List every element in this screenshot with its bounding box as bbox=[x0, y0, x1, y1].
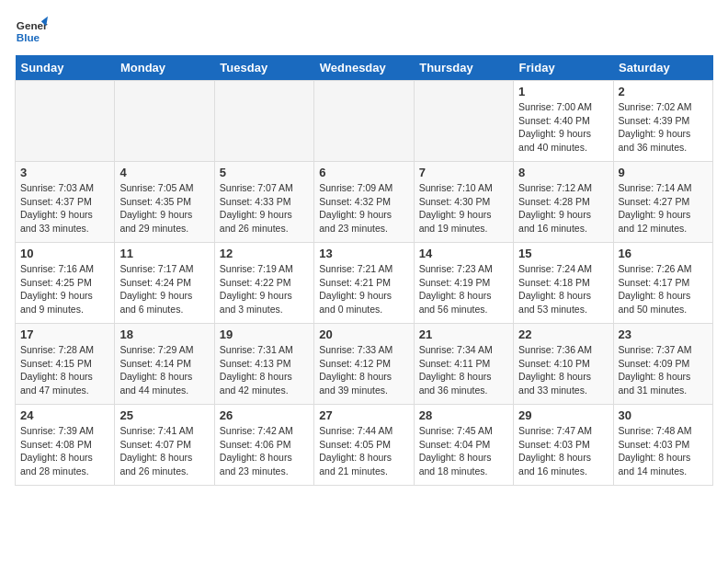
calendar-week-row: 10Sunrise: 7:16 AMSunset: 4:25 PMDayligh… bbox=[16, 243, 713, 324]
day-info: Sunrise: 7:02 AMSunset: 4:39 PMDaylight:… bbox=[619, 100, 708, 155]
calendar-day-cell: 18Sunrise: 7:29 AMSunset: 4:14 PMDayligh… bbox=[115, 324, 214, 405]
day-number: 15 bbox=[518, 247, 608, 260]
day-number: 2 bbox=[619, 85, 708, 98]
day-number: 9 bbox=[619, 166, 708, 179]
calendar-day-cell: 21Sunrise: 7:34 AMSunset: 4:11 PMDayligh… bbox=[414, 324, 513, 405]
day-number: 20 bbox=[319, 327, 408, 341]
day-info: Sunrise: 7:21 AMSunset: 4:21 PMDaylight:… bbox=[319, 262, 408, 316]
day-number: 27 bbox=[319, 408, 408, 422]
calendar-day-cell: 19Sunrise: 7:31 AMSunset: 4:13 PMDayligh… bbox=[214, 324, 313, 405]
day-info: Sunrise: 7:33 AMSunset: 4:12 PMDaylight:… bbox=[319, 343, 408, 397]
day-number: 30 bbox=[619, 408, 708, 422]
calendar-table: SundayMondayTuesdayWednesdayThursdayFrid… bbox=[15, 55, 713, 486]
day-info: Sunrise: 7:12 AMSunset: 4:28 PMDaylight:… bbox=[518, 181, 608, 236]
day-info: Sunrise: 7:37 AMSunset: 4:09 PMDaylight:… bbox=[619, 343, 708, 397]
day-info: Sunrise: 7:10 AMSunset: 4:30 PMDaylight:… bbox=[419, 181, 508, 236]
day-number: 13 bbox=[319, 247, 408, 260]
calendar-day-cell: 27Sunrise: 7:44 AMSunset: 4:05 PMDayligh… bbox=[314, 405, 414, 486]
day-number: 3 bbox=[20, 166, 109, 179]
calendar-day-cell: 7Sunrise: 7:10 AMSunset: 4:30 PMDaylight… bbox=[414, 162, 513, 243]
calendar-day-cell: 5Sunrise: 7:07 AMSunset: 4:33 PMDaylight… bbox=[214, 162, 313, 243]
calendar-day-cell: 28Sunrise: 7:45 AMSunset: 4:04 PMDayligh… bbox=[414, 405, 513, 486]
day-number: 29 bbox=[518, 408, 608, 422]
day-info: Sunrise: 7:44 AMSunset: 4:05 PMDaylight:… bbox=[319, 424, 408, 478]
calendar-day-cell bbox=[314, 81, 414, 162]
calendar-day-cell: 26Sunrise: 7:42 AMSunset: 4:06 PMDayligh… bbox=[214, 405, 313, 486]
day-number: 22 bbox=[518, 327, 608, 341]
day-number: 21 bbox=[419, 327, 508, 341]
day-info: Sunrise: 7:48 AMSunset: 4:03 PMDaylight:… bbox=[619, 424, 708, 478]
calendar-day-cell: 16Sunrise: 7:26 AMSunset: 4:17 PMDayligh… bbox=[613, 243, 712, 324]
day-info: Sunrise: 7:16 AMSunset: 4:25 PMDaylight:… bbox=[20, 262, 109, 316]
day-info: Sunrise: 7:26 AMSunset: 4:17 PMDaylight:… bbox=[619, 262, 708, 316]
day-info: Sunrise: 7:45 AMSunset: 4:04 PMDaylight:… bbox=[419, 424, 508, 478]
col-header-wednesday: Wednesday bbox=[314, 55, 414, 81]
day-number: 12 bbox=[220, 247, 309, 260]
calendar-day-cell bbox=[16, 81, 115, 162]
calendar-day-cell: 15Sunrise: 7:24 AMSunset: 4:18 PMDayligh… bbox=[514, 243, 613, 324]
day-number: 26 bbox=[220, 408, 309, 422]
calendar-day-cell: 8Sunrise: 7:12 AMSunset: 4:28 PMDaylight… bbox=[514, 162, 613, 243]
col-header-sunday: Sunday bbox=[16, 55, 115, 81]
day-info: Sunrise: 7:19 AMSunset: 4:22 PMDaylight:… bbox=[220, 262, 309, 316]
day-info: Sunrise: 7:36 AMSunset: 4:10 PMDaylight:… bbox=[518, 343, 608, 397]
day-number: 1 bbox=[518, 85, 608, 98]
calendar-day-cell bbox=[214, 81, 313, 162]
col-header-saturday: Saturday bbox=[613, 55, 712, 81]
calendar-week-row: 17Sunrise: 7:28 AMSunset: 4:15 PMDayligh… bbox=[16, 324, 713, 405]
calendar-day-cell: 9Sunrise: 7:14 AMSunset: 4:27 PMDaylight… bbox=[613, 162, 712, 243]
calendar-day-cell: 11Sunrise: 7:17 AMSunset: 4:24 PMDayligh… bbox=[115, 243, 214, 324]
day-info: Sunrise: 7:05 AMSunset: 4:35 PMDaylight:… bbox=[119, 181, 209, 236]
calendar-day-cell: 14Sunrise: 7:23 AMSunset: 4:19 PMDayligh… bbox=[414, 243, 513, 324]
day-number: 24 bbox=[20, 408, 109, 422]
calendar-day-cell: 10Sunrise: 7:16 AMSunset: 4:25 PMDayligh… bbox=[16, 243, 115, 324]
day-info: Sunrise: 7:29 AMSunset: 4:14 PMDaylight:… bbox=[119, 343, 209, 397]
page-header: General Blue bbox=[15, 15, 713, 48]
day-number: 6 bbox=[319, 166, 408, 179]
calendar-day-cell: 17Sunrise: 7:28 AMSunset: 4:15 PMDayligh… bbox=[16, 324, 115, 405]
day-number: 19 bbox=[220, 327, 309, 341]
calendar-day-cell: 23Sunrise: 7:37 AMSunset: 4:09 PMDayligh… bbox=[613, 324, 712, 405]
day-info: Sunrise: 7:23 AMSunset: 4:19 PMDaylight:… bbox=[419, 262, 508, 316]
col-header-friday: Friday bbox=[514, 55, 613, 81]
day-info: Sunrise: 7:00 AMSunset: 4:40 PMDaylight:… bbox=[518, 100, 608, 155]
day-info: Sunrise: 7:42 AMSunset: 4:06 PMDaylight:… bbox=[220, 424, 309, 478]
calendar-day-cell: 20Sunrise: 7:33 AMSunset: 4:12 PMDayligh… bbox=[314, 324, 414, 405]
day-number: 7 bbox=[419, 166, 508, 179]
calendar-day-cell bbox=[115, 81, 214, 162]
calendar-day-cell: 4Sunrise: 7:05 AMSunset: 4:35 PMDaylight… bbox=[115, 162, 214, 243]
calendar-day-cell: 12Sunrise: 7:19 AMSunset: 4:22 PMDayligh… bbox=[214, 243, 313, 324]
day-info: Sunrise: 7:34 AMSunset: 4:11 PMDaylight:… bbox=[419, 343, 508, 397]
day-info: Sunrise: 7:14 AMSunset: 4:27 PMDaylight:… bbox=[619, 181, 708, 236]
day-info: Sunrise: 7:31 AMSunset: 4:13 PMDaylight:… bbox=[220, 343, 309, 397]
day-number: 17 bbox=[20, 327, 109, 341]
calendar-day-cell: 3Sunrise: 7:03 AMSunset: 4:37 PMDaylight… bbox=[16, 162, 115, 243]
day-info: Sunrise: 7:07 AMSunset: 4:33 PMDaylight:… bbox=[220, 181, 309, 236]
generalblue-logo-icon: General Blue bbox=[15, 15, 48, 48]
calendar-day-cell bbox=[414, 81, 513, 162]
day-info: Sunrise: 7:28 AMSunset: 4:15 PMDaylight:… bbox=[20, 343, 109, 397]
col-header-thursday: Thursday bbox=[414, 55, 513, 81]
day-info: Sunrise: 7:24 AMSunset: 4:18 PMDaylight:… bbox=[518, 262, 608, 316]
day-number: 23 bbox=[619, 327, 708, 341]
day-number: 25 bbox=[119, 408, 209, 422]
calendar-day-cell: 22Sunrise: 7:36 AMSunset: 4:10 PMDayligh… bbox=[514, 324, 613, 405]
calendar-header-row: SundayMondayTuesdayWednesdayThursdayFrid… bbox=[16, 55, 713, 81]
day-number: 11 bbox=[119, 247, 209, 260]
calendar-day-cell: 1Sunrise: 7:00 AMSunset: 4:40 PMDaylight… bbox=[514, 81, 613, 162]
day-number: 8 bbox=[518, 166, 608, 179]
calendar-day-cell: 2Sunrise: 7:02 AMSunset: 4:39 PMDaylight… bbox=[613, 81, 712, 162]
day-number: 5 bbox=[220, 166, 309, 179]
calendar-day-cell: 25Sunrise: 7:41 AMSunset: 4:07 PMDayligh… bbox=[115, 405, 214, 486]
calendar-week-row: 3Sunrise: 7:03 AMSunset: 4:37 PMDaylight… bbox=[16, 162, 713, 243]
calendar-day-cell: 30Sunrise: 7:48 AMSunset: 4:03 PMDayligh… bbox=[613, 405, 712, 486]
calendar-day-cell: 24Sunrise: 7:39 AMSunset: 4:08 PMDayligh… bbox=[16, 405, 115, 486]
day-number: 4 bbox=[119, 166, 209, 179]
calendar-week-row: 24Sunrise: 7:39 AMSunset: 4:08 PMDayligh… bbox=[16, 405, 713, 486]
logo: General Blue bbox=[15, 15, 48, 48]
day-number: 10 bbox=[20, 247, 109, 260]
calendar-week-row: 1Sunrise: 7:00 AMSunset: 4:40 PMDaylight… bbox=[16, 81, 713, 162]
col-header-tuesday: Tuesday bbox=[214, 55, 313, 81]
day-info: Sunrise: 7:03 AMSunset: 4:37 PMDaylight:… bbox=[20, 181, 109, 236]
day-info: Sunrise: 7:39 AMSunset: 4:08 PMDaylight:… bbox=[20, 424, 109, 478]
